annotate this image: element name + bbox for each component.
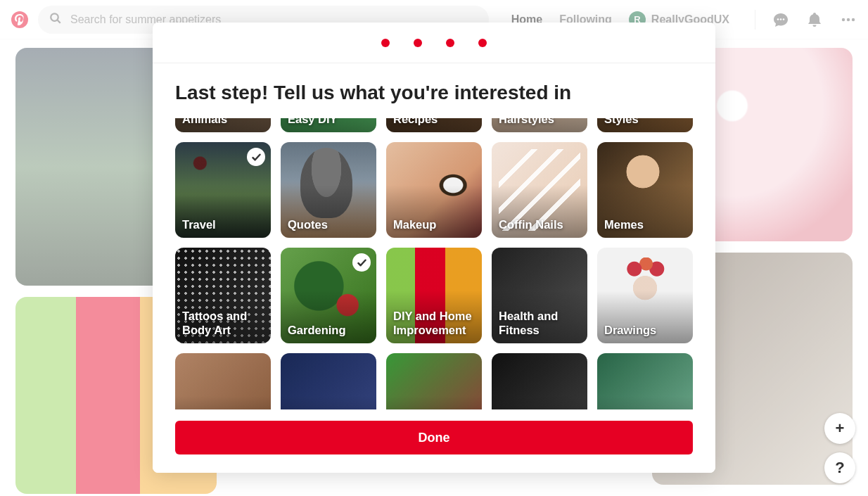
interest-scroll[interactable]: Animals Easy DIY Recipes Hairstyles Styl… (153, 118, 715, 409)
interest-label: Hairstyles (492, 118, 561, 132)
svg-point-4 (780, 18, 782, 20)
notifications-icon[interactable] (806, 11, 823, 28)
interest-tile-tattoos[interactable]: Tattoos and Body Art (175, 248, 271, 343)
stepper (153, 23, 715, 63)
modal-footer: Done (153, 409, 715, 473)
interest-tile-gardening[interactable]: Gardening (281, 248, 376, 343)
tile-shade (386, 353, 482, 409)
help-fab[interactable]: ? (824, 452, 855, 483)
add-fab[interactable]: + (824, 413, 855, 444)
interest-label: Recipes (386, 118, 445, 132)
svg-point-6 (842, 18, 845, 20)
interest-tile[interactable] (386, 353, 482, 409)
interest-label: Styles (597, 118, 646, 132)
tile-shade (281, 353, 376, 409)
modal-title: Last step! Tell us what you're intereste… (153, 63, 715, 118)
interest-label: Travel (175, 212, 223, 238)
header-icons (772, 11, 857, 28)
svg-point-7 (847, 18, 850, 20)
interest-tile[interactable] (281, 353, 376, 409)
interest-tile[interactable] (597, 353, 693, 409)
interest-tile-styles[interactable]: Styles (597, 118, 693, 132)
interest-label: Coffin Nails (492, 212, 570, 238)
interest-tile-recipes[interactable]: Recipes (386, 118, 482, 132)
header-divider (755, 10, 755, 30)
interest-label: Health and Fitness (492, 304, 587, 343)
interest-tile-hairstyles[interactable]: Hairstyles (492, 118, 587, 132)
svg-line-2 (58, 20, 60, 23)
step-dot (381, 39, 390, 47)
interest-label: Animals (175, 118, 234, 132)
interest-tile-drawings[interactable]: Drawings (597, 248, 693, 343)
interest-tile-easy-diy[interactable]: Easy DIY (281, 118, 376, 132)
tile-shade (492, 353, 587, 409)
selected-check-icon (247, 148, 265, 166)
interest-label: Drawings (597, 318, 663, 343)
interest-label: Makeup (386, 212, 443, 238)
interest-label: Gardening (281, 318, 353, 343)
search-icon (49, 12, 62, 27)
interest-tile-memes[interactable]: Memes (597, 142, 693, 238)
pinterest-logo-icon[interactable] (11, 11, 28, 28)
tile-shade (597, 353, 693, 409)
interest-label: Tattoos and Body Art (175, 304, 271, 343)
step-dot (414, 39, 422, 47)
interest-label: Memes (597, 212, 651, 238)
interest-tile-travel[interactable]: Travel (175, 142, 271, 238)
interest-tile-quotes[interactable]: Quotes (281, 142, 376, 238)
tile-shade (175, 353, 271, 409)
interest-tile-animals[interactable]: Animals (175, 118, 271, 132)
interest-tile-diy-home[interactable]: DIY and Home Improvement (386, 248, 482, 343)
interest-tile-makeup[interactable]: Makeup (386, 142, 482, 238)
interest-label: DIY and Home Improvement (386, 304, 482, 343)
fab-stack: + ? (824, 413, 855, 483)
svg-point-1 (51, 13, 58, 21)
onboarding-modal: Last step! Tell us what you're intereste… (153, 23, 715, 473)
interest-tile[interactable] (492, 353, 587, 409)
interest-grid: Animals Easy DIY Recipes Hairstyles Styl… (175, 118, 693, 409)
done-button[interactable]: Done (175, 421, 693, 454)
interest-label: Quotes (281, 212, 335, 238)
svg-point-5 (783, 18, 785, 20)
svg-point-8 (852, 18, 855, 20)
interest-label: Easy DIY (281, 118, 345, 132)
step-dot (478, 39, 487, 47)
selected-check-icon (352, 253, 371, 272)
interest-tile[interactable] (175, 353, 271, 409)
interest-tile-health-fitness[interactable]: Health and Fitness (492, 248, 587, 343)
more-icon[interactable] (840, 11, 857, 28)
interest-tile-coffin-nails[interactable]: Coffin Nails (492, 142, 587, 238)
svg-point-3 (777, 18, 779, 20)
messages-icon[interactable] (772, 11, 789, 28)
step-dot (446, 39, 454, 47)
